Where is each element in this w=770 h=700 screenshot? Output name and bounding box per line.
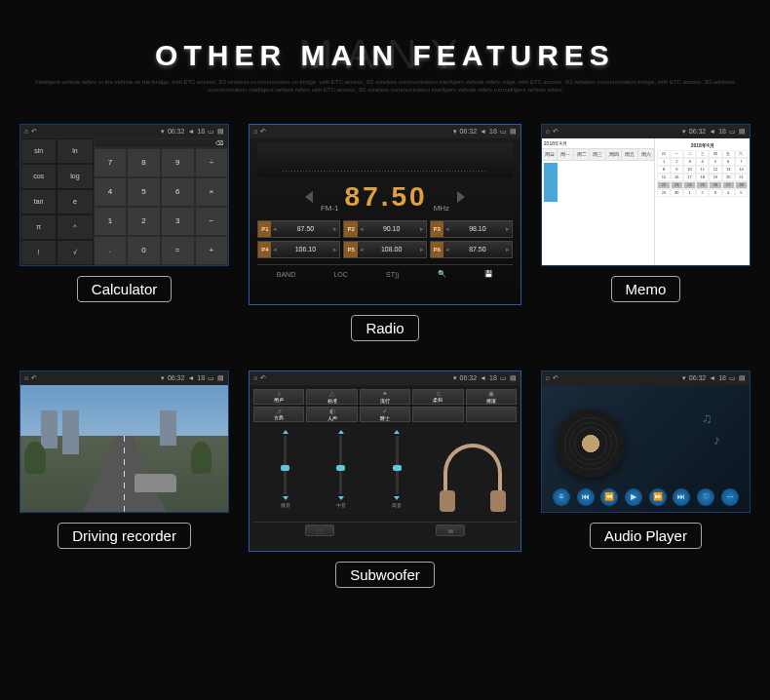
back-icon[interactable]: ↶ — [553, 374, 558, 382]
calendar-day[interactable]: 18 — [696, 174, 709, 181]
calendar-day[interactable]: 1 — [683, 189, 696, 197]
calendar-day[interactable]: 19 — [709, 174, 721, 181]
calendar-day[interactable]: 2 — [671, 158, 683, 166]
audio-control-button[interactable]: ♡ — [697, 488, 714, 506]
eq-preset-tab[interactable]: ✓爵士 — [360, 407, 410, 422]
menu-icon[interactable]: ▤ — [217, 374, 224, 382]
calc-key[interactable]: 3 — [161, 207, 195, 236]
calendar-day[interactable]: 4 — [696, 158, 709, 166]
back-icon[interactable]: ↶ — [260, 128, 266, 136]
sub-bottom-button[interactable]: ⊠ — [436, 525, 465, 536]
eq-preset-tab[interactable]: ♫柔和 — [412, 389, 463, 405]
eq-preset-tab[interactable]: △标准 — [306, 389, 357, 405]
calc-sci-key[interactable]: ! — [20, 240, 57, 265]
audio-control-button[interactable]: ▶ — [625, 488, 642, 506]
audio-control-button[interactable]: ⋯ — [721, 488, 739, 506]
calendar-day[interactable]: 4 — [722, 189, 735, 197]
eq-preset-tab[interactable]: ◉摇滚 — [466, 389, 517, 405]
calendar-day[interactable]: 29 — [657, 189, 670, 197]
calc-key[interactable]: 7 — [94, 148, 128, 177]
menu-icon[interactable]: ▤ — [217, 128, 224, 136]
calc-key[interactable]: 4 — [94, 177, 128, 207]
calendar-day[interactable]: 25 — [696, 181, 709, 189]
audio-control-button[interactable]: ⏩ — [649, 488, 667, 506]
audio-control-button[interactable]: ≡ — [553, 488, 570, 506]
calc-sci-key[interactable]: e — [57, 189, 93, 214]
menu-icon[interactable]: ▤ — [739, 128, 746, 136]
preset-button[interactable]: P2◂90.10▸ — [343, 220, 426, 238]
menu-icon[interactable]: ▤ — [510, 374, 517, 382]
back-icon[interactable]: ↶ — [31, 374, 37, 382]
home-icon[interactable]: ⌂ — [546, 128, 550, 136]
preset-button[interactable]: P3◂98.10▸ — [430, 220, 513, 238]
preset-button[interactable]: P1◂87.50▸ — [257, 220, 340, 238]
home-icon[interactable]: ⌂ — [24, 128, 28, 136]
calc-sci-key[interactable]: tan — [20, 189, 57, 214]
eq-slider[interactable]: 高音 — [392, 430, 402, 516]
calc-backspace[interactable]: ⌫ — [94, 138, 229, 148]
preset-button[interactable]: P6◂87.50▸ — [430, 241, 513, 258]
back-icon[interactable]: ↶ — [260, 374, 266, 382]
home-icon[interactable]: ⌂ — [546, 374, 550, 382]
calendar-day[interactable]: 1 — [657, 158, 670, 166]
calc-key[interactable]: ÷ — [195, 148, 229, 177]
calendar-day[interactable]: 2 — [696, 189, 709, 197]
calc-sci-key[interactable]: ^ — [57, 214, 93, 240]
radio-bottom-button[interactable]: BAND — [273, 269, 299, 280]
today-cell[interactable] — [544, 163, 558, 202]
sub-bottom-button[interactable]: ⬚ — [305, 525, 334, 536]
calendar-day[interactable]: 30 — [671, 189, 683, 197]
calendar-day[interactable]: 9 — [671, 166, 683, 174]
calendar-day[interactable]: 3 — [683, 158, 696, 166]
calendar-day[interactable]: 12 — [709, 166, 721, 174]
calendar-day[interactable]: 22 — [657, 181, 670, 189]
calc-key[interactable]: . — [94, 236, 128, 265]
calc-key[interactable]: 1 — [94, 207, 128, 236]
menu-icon[interactable]: ▤ — [739, 374, 746, 382]
calendar-day[interactable]: 24 — [683, 181, 696, 189]
calc-key[interactable]: + — [195, 236, 229, 265]
preset-button[interactable]: P4◂106.10▸ — [257, 241, 340, 258]
calendar-day[interactable]: 8 — [657, 166, 670, 174]
calendar-day[interactable]: 6 — [722, 158, 735, 166]
calendar-day[interactable]: 7 — [735, 158, 748, 166]
calc-key[interactable]: × — [195, 177, 229, 207]
calendar-day[interactable]: 13 — [722, 166, 735, 174]
calc-sci-key[interactable]: √ — [57, 240, 93, 265]
calc-key[interactable]: 2 — [127, 207, 161, 236]
radio-bottom-button[interactable]: ST)) — [382, 269, 404, 280]
eq-slider[interactable]: 低音 — [281, 430, 290, 516]
calc-key[interactable]: − — [195, 207, 229, 236]
calc-sci-key[interactable]: ln — [57, 138, 93, 164]
radio-dial[interactable] — [257, 142, 513, 177]
calendar-day[interactable]: 5 — [735, 189, 748, 197]
calc-key[interactable]: 8 — [127, 148, 161, 177]
radio-bottom-button[interactable]: 💾 — [481, 268, 497, 280]
calendar-day[interactable]: 3 — [709, 189, 721, 197]
eq-preset-tab[interactable]: ♪用户 — [253, 389, 304, 405]
preset-button[interactable]: P5◂108.00▸ — [343, 241, 426, 258]
back-icon[interactable]: ↶ — [31, 128, 37, 136]
home-icon[interactable]: ⌂ — [24, 374, 28, 382]
calc-sci-key[interactable]: log — [57, 164, 93, 189]
calendar-day[interactable]: 11 — [696, 166, 709, 174]
calendar-day[interactable]: 5 — [709, 158, 721, 166]
eq-preset-tab[interactable]: ◐人声 — [306, 407, 357, 422]
back-icon[interactable]: ↶ — [553, 128, 558, 136]
calendar-day[interactable]: 10 — [683, 166, 696, 174]
calendar-day[interactable]: 26 — [709, 181, 721, 189]
eq-preset-tab[interactable]: ✦流行 — [360, 389, 410, 405]
audio-control-button[interactable]: ⏭ — [673, 488, 690, 506]
tune-right-button[interactable] — [457, 191, 465, 203]
radio-bottom-button[interactable]: LOC — [329, 269, 351, 280]
calc-key[interactable]: 0 — [127, 236, 161, 265]
calendar-day[interactable]: 14 — [735, 166, 748, 174]
calc-key[interactable]: 6 — [161, 177, 195, 207]
calendar-day[interactable]: 20 — [722, 174, 735, 181]
radio-bottom-button[interactable]: 🔍 — [434, 268, 450, 280]
calendar-day[interactable]: 27 — [722, 181, 735, 189]
audio-control-button[interactable]: ⏮ — [577, 488, 595, 506]
calc-key[interactable]: = — [161, 236, 195, 265]
audio-control-button[interactable]: ⏪ — [600, 488, 618, 506]
tune-left-button[interactable] — [305, 191, 313, 203]
